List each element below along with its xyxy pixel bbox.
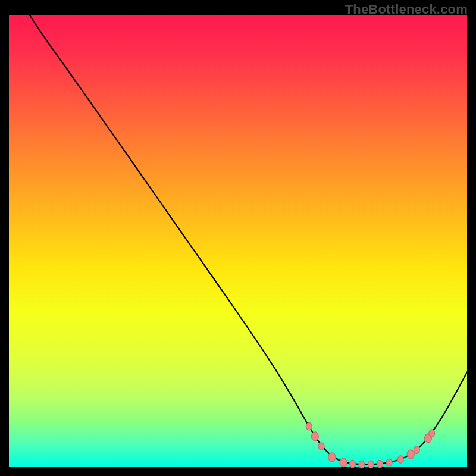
bottleneck-curve <box>30 15 467 464</box>
chart-plot-area <box>9 15 467 467</box>
chart-svg <box>9 15 467 467</box>
data-marker <box>340 458 347 467</box>
data-marker <box>429 430 435 437</box>
data-marker <box>377 460 383 468</box>
chart-frame: TheBottleneck.com <box>0 0 476 476</box>
data-marker <box>311 432 318 441</box>
data-marker <box>328 453 336 462</box>
data-markers-group <box>306 422 434 468</box>
data-marker <box>407 450 414 459</box>
data-marker <box>397 456 403 464</box>
data-marker <box>306 422 312 430</box>
data-marker <box>386 459 392 466</box>
data-marker <box>359 461 365 468</box>
data-marker <box>318 443 324 450</box>
data-marker <box>368 461 374 468</box>
data-marker <box>414 446 419 454</box>
data-marker <box>350 460 356 468</box>
